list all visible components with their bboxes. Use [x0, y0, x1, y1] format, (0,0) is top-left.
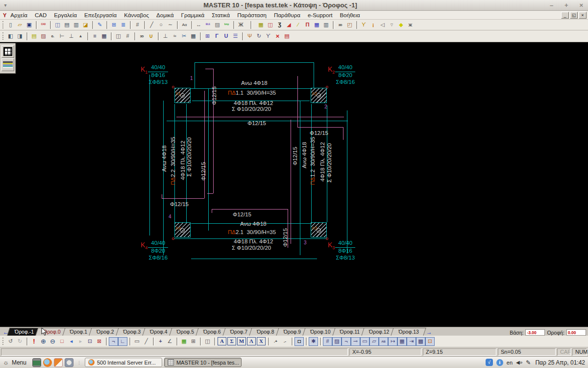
menu-item[interactable]: e-Support [308, 12, 333, 18]
beam-table-icon[interactable]: ▦ [189, 32, 198, 41]
redo-icon[interactable]: ↻ [15, 337, 24, 346]
slab-table-icon[interactable]: ▦ [312, 21, 321, 29]
point-minus-icon[interactable]: .- [280, 337, 290, 346]
mdi-restore-icon[interactable]: ◱ [570, 12, 578, 19]
snap-target-icon[interactable]: ⊡ [425, 337, 435, 346]
snap-fill-icon[interactable]: ▩ [416, 337, 425, 346]
view-props-icon[interactable]: ◨ [15, 32, 24, 41]
toolbar-button[interactable] [106, 338, 107, 345]
open-file-icon[interactable]: ▱ [15, 21, 24, 29]
mdi-close-icon[interactable]: × [579, 12, 587, 19]
menu-item[interactable]: Παράθυρα [274, 12, 300, 18]
toolbar-button[interactable] [191, 21, 192, 29]
letter-x-button[interactable]: X [257, 337, 266, 345]
light-icon[interactable]: ◆ [396, 21, 406, 29]
pen-tray-icon[interactable]: ✎ [526, 359, 531, 366]
find-doc-icon[interactable]: ▤ [29, 32, 39, 41]
dimension-icon[interactable]: ↔ [194, 21, 203, 29]
toolbar-button[interactable] [26, 338, 27, 345]
new-file-icon[interactable]: ▯ [6, 21, 15, 29]
toolbar-button[interactable] [200, 338, 201, 345]
taskbar-clock[interactable]: Παρ 25 Απρ, 01:42 [535, 359, 585, 366]
toolbar-button[interactable] [144, 21, 145, 29]
toolbar-button[interactable] [36, 21, 37, 29]
undo-icon[interactable]: ↺ [6, 337, 15, 346]
column-grid-icon[interactable]: # [123, 32, 132, 41]
pan-hand-icon[interactable]: Ψ [245, 32, 254, 41]
snap-grid-icon[interactable]: # [323, 337, 332, 346]
toolbar-button[interactable] [176, 338, 177, 345]
plumb-icon[interactable]: ▽ [387, 21, 396, 29]
gear-icon[interactable]: ☼ [3, 359, 9, 366]
snap-parallelogram-icon[interactable]: ▱ [369, 337, 379, 346]
cad-import-icon[interactable]: CAD [39, 21, 48, 29]
project-props-icon[interactable]: ◧ [6, 32, 15, 41]
zoom-previous-icon[interactable]: ◂ [67, 337, 76, 346]
update-shield-icon[interactable]: √ [486, 359, 493, 366]
keyboard-layout-indicator[interactable]: en [507, 360, 513, 366]
menu-item[interactable]: Κάνναβος [124, 12, 149, 18]
menu-item[interactable]: Αρχεία [10, 12, 27, 18]
extrude-icon[interactable]: Ʒ [275, 21, 284, 29]
letter-a-button[interactable]: A [218, 337, 226, 345]
layer-list-icon[interactable]: ≣ [119, 21, 128, 29]
copy-storey-icon[interactable]: ◫ [114, 32, 123, 41]
person-icon[interactable]: ϒ [264, 32, 273, 41]
copy-props-icon[interactable]: ◫ [203, 337, 212, 346]
menu-item[interactable]: Επεξεργασία [84, 12, 117, 18]
toolbar-button[interactable] [177, 21, 178, 29]
snap-hatch-icon[interactable]: ▨ [332, 337, 342, 346]
toolbar-button[interactable] [233, 21, 234, 29]
toolbar-button[interactable] [26, 32, 27, 40]
task-button[interactable]: 500 Internal Server Err... [85, 358, 162, 367]
view-3d-small-icon[interactable]: 3D [137, 32, 147, 41]
ble-table-icon[interactable]: BLE [203, 21, 213, 29]
support-t-icon[interactable]: ⊥ [161, 32, 170, 41]
hatch-icon[interactable]: ▨ [213, 21, 222, 29]
terminal-launcher-icon[interactable] [32, 358, 41, 367]
toolbar-button[interactable] [129, 338, 130, 345]
menu-item[interactable]: CAD [35, 12, 47, 18]
calculator-icon[interactable]: ▦ [99, 32, 109, 41]
zoom-out-icon[interactable]: ⊖ [48, 337, 57, 346]
window-menu-button[interactable]: ▾ [0, 2, 11, 8]
regen-icon[interactable]: ! [29, 337, 39, 346]
snap-ab-icon[interactable]: AB [379, 337, 388, 346]
grid-edit-icon[interactable]: ⊞ [109, 21, 119, 29]
info-icon[interactable]: i [496, 359, 503, 366]
toolbar-button[interactable] [250, 21, 251, 29]
menu-item[interactable]: Στατικά [212, 12, 230, 18]
zoom-window-icon[interactable]: □ [57, 337, 67, 346]
snap-endpoint-icon[interactable]: ¬ [342, 337, 351, 346]
menu-item[interactable]: Παράσταση [237, 12, 267, 18]
move-pointer-icon[interactable]: + [156, 337, 165, 346]
section-view-button[interactable] [1, 58, 14, 71]
ruler-icon[interactable]: ▭ [132, 337, 142, 346]
text-tool-icon[interactable]: Aα [180, 21, 189, 29]
menu-item[interactable]: Εργαλεία [54, 12, 77, 18]
toolbar-button[interactable] [130, 21, 131, 29]
calc-sheet-icon[interactable]: ▦ [179, 337, 189, 346]
footing-icon[interactable]: ▲ [76, 32, 85, 41]
mdi-minimize-icon[interactable]: _ [561, 12, 569, 19]
hatch-edit-icon[interactable]: ▨ [39, 32, 48, 41]
minimize-icon[interactable]: – [550, 1, 553, 9]
toolbar-button[interactable] [333, 21, 334, 29]
toolbar-button[interactable] [111, 32, 112, 40]
zoom-extents-icon[interactable]: ⊡ [85, 337, 95, 346]
snap-nearest-icon[interactable]: ⊸ [351, 337, 360, 346]
camera-tripod-icon[interactable]: ж [406, 21, 415, 29]
taskbar-menu-button[interactable]: Menu [12, 359, 26, 366]
storey-tab[interactable]: Όροφ.10 [304, 328, 337, 336]
frame-window-icon[interactable]: ⊞ [203, 32, 212, 41]
letter-m-button[interactable]: M [237, 337, 246, 345]
view-3d-icon[interactable]: 3D [336, 21, 345, 29]
cut-icon[interactable]: ✂ [179, 32, 189, 41]
walkthrough-icon[interactable]: ϒ [359, 21, 368, 29]
osnap-star-icon[interactable]: ✱ [309, 337, 318, 346]
zoom-next-icon[interactable]: ▸ [76, 337, 85, 346]
rebar-spec-icon[interactable]: o. [48, 32, 57, 41]
letter-sigma-button[interactable]: Σ [227, 337, 236, 345]
zoom-in-icon[interactable]: ⊕ [39, 337, 48, 346]
ortho-toggle[interactable]: ¬ [109, 337, 118, 346]
